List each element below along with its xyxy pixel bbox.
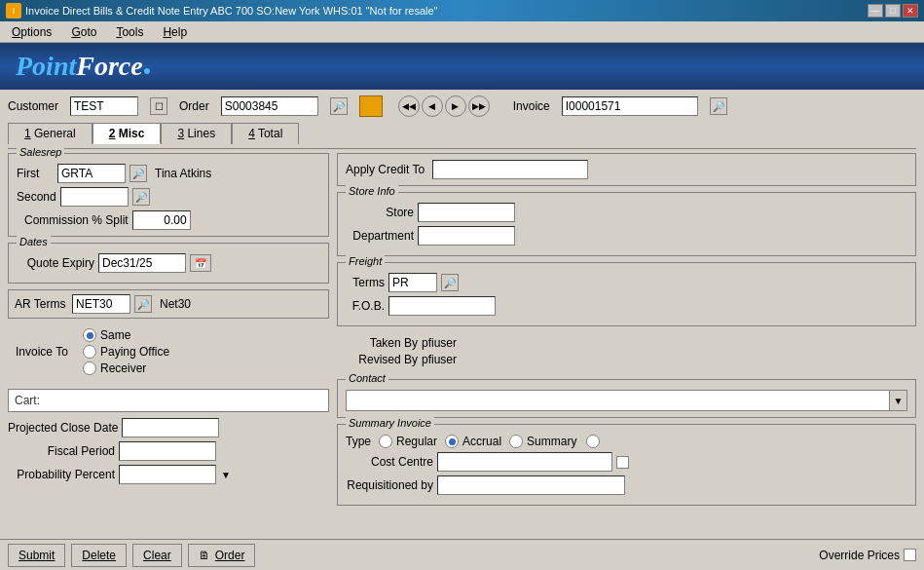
department-input[interactable]: [418, 226, 515, 246]
order-button[interactable]: 🗎Order: [188, 544, 256, 567]
regular-label: Regular: [396, 435, 437, 448]
commission-input[interactable]: [132, 210, 191, 230]
radio-receiver[interactable]: [83, 361, 96, 375]
radio-same-row: Same: [83, 328, 169, 342]
accrual-radio-row: Accrual: [445, 435, 501, 448]
minimize-button[interactable]: —: [868, 4, 883, 18]
order-input[interactable]: [221, 96, 318, 116]
header-row: Customer ☐ Order 🔎 ◀◀ ◀ ▶ ▶▶ Invoice 🔎: [8, 95, 916, 117]
apply-credit-input[interactable]: [432, 160, 588, 179]
salesrep-group-label: Salesrep: [17, 146, 64, 158]
menu-options[interactable]: Options: [4, 23, 59, 41]
summary-type-row: Type Regular Accrual Summary: [346, 435, 907, 448]
right-column: Apply Credit To Store Info Store Departm…: [337, 153, 916, 512]
quote-expiry-input[interactable]: [98, 253, 186, 273]
tab-general[interactable]: 1 General: [8, 123, 92, 144]
salesrep-first-input[interactable]: [57, 164, 126, 183]
freight-terms-input[interactable]: [388, 273, 437, 292]
probability-row: Probability Percent ▼: [8, 465, 329, 484]
radio-paying[interactable]: [83, 345, 96, 359]
submit-button[interactable]: Submit: [8, 544, 65, 567]
invoice-to-section: Invoice To Same Paying Office Receive: [8, 324, 329, 383]
radio-same[interactable]: [83, 328, 96, 342]
radio-regular[interactable]: [379, 435, 392, 448]
radio-accrual[interactable]: [445, 435, 459, 448]
maximize-button[interactable]: □: [885, 4, 901, 18]
fiscal-period-row: Fiscal Period: [8, 441, 329, 461]
left-column: Salesrep First 🔎 Tina Atkins Second 🔎 Co…: [8, 153, 329, 512]
revised-by-row: Revised By pfiuser: [345, 353, 908, 366]
commission-row: Commission % Split: [17, 210, 320, 230]
projected-close-row: Projected Close Date: [8, 418, 329, 437]
store-input[interactable]: [418, 203, 515, 222]
radio-receiver-row: Receiver: [83, 361, 169, 375]
contact-dropdown-arrow[interactable]: ▼: [889, 391, 906, 410]
calendar-button[interactable]: 📅: [190, 254, 211, 272]
taken-by-label: Taken By: [345, 336, 418, 350]
store-info-group: Store Info Store Department: [337, 192, 916, 256]
taken-by-value: pfiuser: [422, 336, 457, 350]
salesrep-second-lookup[interactable]: 🔎: [132, 188, 150, 206]
freight-terms-lookup[interactable]: 🔎: [441, 274, 459, 291]
fob-input[interactable]: [388, 296, 496, 316]
ar-terms-lookup[interactable]: 🔎: [134, 295, 152, 313]
tab-misc[interactable]: 2 Misc: [92, 123, 162, 144]
nav-last-button[interactable]: ▶▶: [468, 95, 490, 117]
apply-credit-row: Apply Credit To: [337, 153, 916, 186]
order-lookup-button[interactable]: 🔎: [330, 97, 348, 115]
menu-help[interactable]: Help: [155, 23, 195, 41]
regular-radio-row: Regular: [379, 435, 437, 448]
tab-lines[interactable]: 3 Lines: [161, 123, 232, 144]
tab-total[interactable]: 4 Total: [232, 123, 299, 144]
logo: PointForce●: [16, 51, 151, 82]
invoice-input[interactable]: [562, 96, 698, 116]
probability-input[interactable]: [119, 465, 216, 484]
salesrep-second-input[interactable]: [60, 187, 129, 207]
bottom-form: Projected Close Date Fiscal Period Proba…: [8, 418, 329, 484]
orange-action-button[interactable]: [359, 95, 383, 117]
clear-button[interactable]: Clear: [132, 544, 182, 567]
contact-group-label: Contact: [346, 372, 388, 384]
order-label: Order: [179, 99, 209, 113]
nav-next-button[interactable]: ▶: [445, 95, 466, 117]
contact-input[interactable]: [347, 394, 889, 407]
ar-terms-desc: Net30: [160, 297, 191, 311]
summary-invoice-label: Summary Invoice: [346, 417, 434, 429]
window-title: Invoice Direct Bills & Credit Note Entry…: [25, 5, 438, 17]
customer-input[interactable]: [70, 96, 138, 116]
override-prices-label: Override Prices: [819, 549, 900, 562]
fiscal-period-input[interactable]: [119, 441, 216, 461]
requisitioned-input[interactable]: [437, 475, 625, 495]
department-label: Department: [346, 229, 414, 243]
accrual-label: Accrual: [462, 435, 501, 448]
menu-goto[interactable]: Goto: [63, 23, 104, 41]
override-prices-checkbox[interactable]: [904, 549, 916, 561]
fiscal-period-label: Fiscal Period: [8, 444, 115, 458]
ar-terms-code-input[interactable]: [72, 294, 130, 314]
projected-close-input[interactable]: [122, 418, 219, 437]
revised-by-label: Revised By: [345, 353, 418, 366]
menu-tools[interactable]: Tools: [108, 23, 151, 41]
invoice-lookup-button[interactable]: 🔎: [710, 97, 727, 115]
freight-terms-row: Terms 🔎: [346, 273, 907, 292]
radio-paying-label: Paying Office: [100, 345, 169, 359]
bottom-toolbar: Submit Delete Clear 🗎Order Override Pric…: [0, 539, 924, 570]
contact-group: Contact ▼: [337, 379, 916, 418]
cost-centre-checkbox[interactable]: [616, 456, 629, 469]
invoice-to-radio-group: Same Paying Office Receiver: [83, 328, 169, 375]
customer-lookup-button[interactable]: ☐: [150, 97, 167, 115]
requisitioned-row: Requisitioned by: [346, 475, 907, 495]
salesrep-first-lookup[interactable]: 🔎: [129, 165, 147, 182]
taken-by-section: Taken By pfiuser Revised By pfiuser: [337, 332, 916, 373]
contact-dropdown[interactable]: ▼: [346, 390, 907, 411]
nav-first-button[interactable]: ◀◀: [398, 95, 420, 117]
radio-summary-extra[interactable]: [586, 435, 600, 448]
probability-label: Probability Percent: [8, 468, 115, 481]
nav-prev-button[interactable]: ◀: [422, 95, 443, 117]
delete-button[interactable]: Delete: [71, 544, 127, 567]
customer-label: Customer: [8, 99, 58, 113]
cost-centre-input[interactable]: [437, 452, 612, 472]
radio-summary[interactable]: [509, 435, 523, 448]
close-button[interactable]: ✕: [903, 4, 918, 18]
two-col-layout: Salesrep First 🔎 Tina Atkins Second 🔎 Co…: [8, 153, 916, 512]
